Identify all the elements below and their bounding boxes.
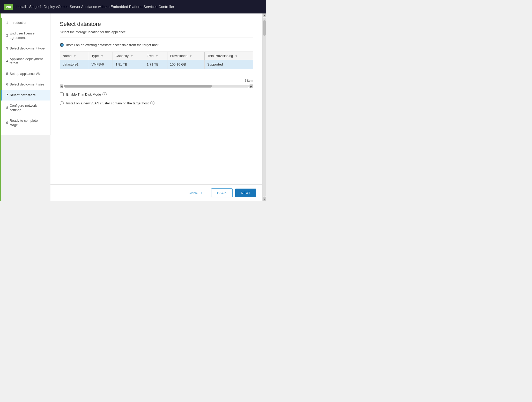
sidebar: 1 Introduction 2 End user license agreem… [0, 13, 50, 135]
step-3-label: Select deployment type [10, 46, 45, 51]
vm-logo: vm [4, 4, 13, 10]
vsan-info-icon[interactable]: i [150, 101, 154, 105]
scroll-down-arrow[interactable]: ▼ [263, 197, 266, 201]
scroll-track[interactable] [263, 18, 266, 197]
sidebar-item-setup-vm[interactable]: 5 Set up appliance VM [1, 69, 50, 79]
radio-vsan-cluster-input[interactable] [60, 101, 64, 105]
table-item-count: 1 item [60, 78, 253, 84]
step-7-num: 7 [6, 93, 8, 97]
sidebar-item-complete[interactable]: 9 Ready to complete stage 1 [1, 116, 50, 131]
col-type[interactable]: Type ▼ [89, 52, 113, 60]
cell-type: VMFS-6 [89, 60, 113, 69]
hscroll-track[interactable] [64, 85, 249, 88]
scroll-thumb [263, 20, 266, 36]
page-title: Select datastore [60, 21, 253, 27]
sidebar-item-eula[interactable]: 2 End user license agreement [1, 28, 50, 43]
cell-provisioned: 105.16 GB [167, 60, 204, 69]
table-header-row: Name ▼ Type ▼ Capacity ▼ Free [60, 52, 253, 60]
step-1-label: Introduction [10, 21, 27, 25]
datastore-table: Name ▼ Type ▼ Capacity ▼ Free [60, 52, 253, 76]
vertical-scrollbar[interactable]: ▲ ▼ [262, 13, 266, 201]
cell-capacity: 1.81 TB [113, 60, 144, 69]
step-8-num: 8 [6, 106, 8, 110]
step-2-num: 2 [6, 33, 8, 38]
title-bar: vm Install - Stage 1: Deploy vCenter Ser… [0, 0, 266, 13]
sort-icon-capacity: ▼ [131, 55, 133, 58]
next-button[interactable]: NEXT [235, 189, 256, 197]
table-row[interactable]: datastore1 VMFS-6 1.81 TB 1.71 TB 105.16… [60, 60, 253, 69]
step-9-num: 9 [6, 121, 8, 125]
step-5-num: 5 [6, 72, 8, 76]
step-4-label: Appliance deployment target [10, 57, 46, 66]
back-button[interactable]: BACK [211, 188, 233, 197]
thin-disk-mode-label: Enable Thin Disk Mode [66, 92, 101, 96]
step-5-label: Set up appliance VM [10, 72, 41, 76]
step-7-label: Select datastore [10, 93, 35, 97]
horizontal-scrollbar[interactable]: ◀ ▶ [60, 84, 253, 88]
step-6-num: 6 [6, 82, 8, 87]
sidebar-item-datastore[interactable]: 7 Select datastore [1, 90, 50, 101]
sidebar-item-deployment-size[interactable]: 6 Select deployment size [1, 79, 50, 90]
cancel-button[interactable]: CANCEL [183, 189, 209, 197]
thin-disk-info-icon[interactable]: i [102, 92, 107, 96]
col-provisioned[interactable]: Provisioned ▼ [167, 52, 204, 60]
col-free[interactable]: Free ▼ [144, 52, 167, 60]
step-1-num: 1 [6, 21, 8, 25]
col-thin-provisioning[interactable]: Thin Provisioning ▼ [204, 52, 253, 60]
cell-free: 1.71 TB [144, 60, 167, 69]
sort-icon-free: ▼ [156, 55, 158, 58]
cell-thin-provisioning: Supported [204, 60, 253, 69]
thin-disk-mode-option[interactable]: Enable Thin Disk Mode i [60, 92, 253, 96]
scroll-up-arrow[interactable]: ▲ [263, 13, 266, 17]
radio-existing-datastore-label: Install on an existing datastore accessi… [66, 43, 158, 47]
step-8-label: Configure network settings [10, 104, 46, 112]
hscroll-thumb [64, 85, 212, 88]
cell-name: datastore1 [60, 60, 89, 69]
col-name[interactable]: Name ▼ [60, 52, 89, 60]
sort-icon-type: ▼ [101, 55, 103, 58]
table-empty-row [60, 69, 253, 76]
bottom-bar: CANCEL BACK NEXT [50, 184, 262, 201]
page-subtitle: Select the storage location for this app… [60, 30, 253, 38]
radio-existing-datastore-input[interactable] [60, 43, 64, 47]
step-3-num: 3 [6, 46, 8, 51]
sort-icon-name: ▼ [73, 55, 76, 58]
content-area: Select datastore Select the storage loca… [50, 13, 262, 201]
sort-icon-provisioned: ▼ [189, 55, 192, 58]
col-capacity[interactable]: Capacity ▼ [113, 52, 144, 60]
step-6-label: Select deployment size [10, 82, 44, 87]
step-9-label: Ready to complete stage 1 [10, 119, 46, 127]
sidebar-item-network[interactable]: 8 Configure network settings [1, 101, 50, 116]
step-2-label: End user license agreement [10, 31, 46, 40]
step-4-num: 4 [6, 59, 8, 63]
hscroll-right-arrow[interactable]: ▶ [249, 84, 253, 88]
sidebar-item-introduction[interactable]: 1 Introduction [1, 18, 50, 28]
sidebar-green-accent [0, 13, 1, 201]
hscroll-left-arrow[interactable]: ◀ [60, 84, 63, 88]
thin-disk-mode-checkbox[interactable] [60, 92, 64, 96]
window-title: Install - Stage 1: Deploy vCenter Server… [17, 5, 174, 9]
sort-icon-thin: ▼ [235, 55, 238, 58]
sidebar-item-deployment-type[interactable]: 3 Select deployment type [1, 43, 50, 54]
radio-existing-datastore[interactable]: Install on an existing datastore accessi… [60, 43, 253, 47]
sidebar-item-appliance-target[interactable]: 4 Appliance deployment target [1, 54, 50, 69]
radio-vsan-cluster[interactable]: Install on a new vSAN cluster containing… [60, 101, 253, 105]
radio-vsan-cluster-label: Install on a new vSAN cluster containing… [66, 101, 149, 105]
